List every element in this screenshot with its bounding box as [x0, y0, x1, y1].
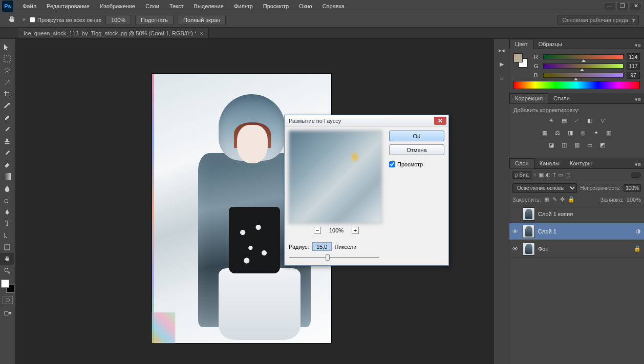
posterize-icon[interactable]: ◫ [560, 141, 568, 149]
layer-item[interactable]: 👁 Фон 🔒 [509, 240, 644, 258]
visibility-toggle-icon[interactable]: 👁 [512, 246, 520, 252]
filter-smart-icon[interactable]: ▢ [565, 172, 570, 178]
ok-button[interactable]: ОК [389, 131, 444, 141]
fullscreen-button[interactable]: Полный экран [178, 15, 226, 25]
vibrance-icon[interactable]: ▽ [598, 116, 607, 124]
layer-filter-kind[interactable]: ρ Вид [512, 171, 531, 179]
pen-tool-icon[interactable] [0, 206, 14, 218]
filter-shape-icon[interactable]: ▭ [558, 172, 563, 178]
layer-name[interactable]: Фон [538, 246, 631, 252]
brush-tool-icon[interactable] [0, 123, 14, 135]
threshold-icon[interactable]: ▧ [573, 141, 581, 149]
blend-mode-select[interactable]: Осветление основы [512, 183, 577, 193]
scroll-all-windows-checkbox[interactable]: Прокрутка во всех окнах [30, 17, 101, 23]
color-panel-swatches[interactable] [513, 53, 528, 68]
layer-thumbnail[interactable] [523, 207, 535, 221]
layer-thumbnail[interactable] [523, 242, 535, 255]
brightness-icon[interactable]: ☀ [547, 116, 555, 124]
tab-swatches[interactable]: Образцы [533, 39, 567, 49]
lock-paint-icon[interactable]: ✎ [552, 196, 557, 203]
gradient-map-icon[interactable]: ▭ [586, 141, 594, 149]
fill-value[interactable]: 100% [627, 197, 641, 203]
b-slider[interactable] [543, 73, 624, 78]
canvas-area[interactable]: Размытие по Гауссу ✕ ✋ − 100% + Радиус: [16, 39, 493, 364]
menu-layers[interactable]: Слои [140, 1, 164, 11]
g-slider[interactable] [543, 63, 624, 69]
filter-adjust-icon[interactable]: ◐ [546, 172, 551, 178]
slider-thumb[interactable] [326, 254, 330, 261]
crop-tool-icon[interactable] [0, 88, 14, 100]
panel-menu-icon-2[interactable]: ▾≡ [632, 96, 644, 103]
hand-tool-toolbox-icon[interactable] [0, 253, 14, 265]
bw-icon[interactable]: ◨ [566, 129, 574, 137]
channel-mixer-icon[interactable]: ✦ [592, 129, 600, 137]
zoom-out-button[interactable]: − [314, 227, 321, 234]
dodge-tool-icon[interactable] [0, 194, 14, 206]
eraser-tool-icon[interactable] [0, 159, 14, 170]
menu-image[interactable]: Изображение [95, 1, 140, 11]
collapsed-panel-icon-2[interactable]: ▶ [500, 61, 504, 68]
layer-item[interactable]: 👁 Слой 1 ◑ [509, 223, 644, 240]
g-value[interactable]: 117 [627, 62, 640, 70]
levels-icon[interactable]: ▤ [560, 116, 568, 124]
menu-filter[interactable]: Фильтр [229, 1, 258, 11]
hand-tool-icon[interactable] [5, 14, 18, 26]
zoom-tool-icon[interactable] [0, 265, 14, 276]
eyedropper-tool-icon[interactable] [0, 100, 14, 112]
layer-link-icon[interactable]: ◑ [636, 228, 641, 234]
preview-checkbox[interactable]: Просмотр [389, 161, 444, 167]
window-maximize-button[interactable]: ❐ [616, 2, 629, 10]
cancel-button[interactable]: Отмена [389, 144, 444, 155]
close-document-icon[interactable]: × [200, 30, 203, 36]
b-value[interactable]: 97 [627, 72, 640, 79]
type-tool-icon[interactable]: T [0, 218, 14, 229]
hue-icon[interactable]: ▦ [541, 129, 549, 137]
dialog-titlebar[interactable]: Размытие по Гауссу ✕ [285, 115, 448, 126]
curves-icon[interactable]: ⟋ [573, 116, 581, 124]
balance-icon[interactable]: ⚖ [553, 129, 562, 137]
tab-layers[interactable]: Слои [509, 158, 534, 168]
blur-preview[interactable]: ✋ [289, 131, 382, 224]
visibility-toggle-icon[interactable]: 👁 [512, 228, 520, 234]
filter-switch[interactable] [631, 173, 641, 178]
wand-tool-icon[interactable] [0, 76, 14, 88]
menu-file[interactable]: Файл [17, 1, 41, 11]
tab-color[interactable]: Цвет [509, 39, 533, 49]
tab-paths[interactable]: Контуры [565, 159, 597, 168]
filter-pixel-icon[interactable]: ▣ [539, 172, 544, 178]
lock-all-icon[interactable]: 🔒 [568, 196, 575, 203]
panel-menu-icon[interactable]: ▾≡ [632, 42, 644, 49]
r-value[interactable]: 124 [627, 53, 640, 60]
menu-help[interactable]: Справка [317, 1, 350, 11]
history-brush-tool-icon[interactable] [0, 147, 14, 159]
dialog-close-button[interactable]: ✕ [434, 117, 446, 125]
fit-button[interactable]: Подогнать [135, 15, 174, 25]
exposure-icon[interactable]: ◧ [586, 116, 594, 124]
zoom-in-button[interactable]: + [352, 227, 359, 234]
lock-pixels-icon[interactable]: ▦ [544, 196, 549, 203]
gradient-tool-icon[interactable] [0, 170, 14, 182]
fg-swatch[interactable] [513, 53, 523, 62]
lookup-icon[interactable]: ▥ [605, 129, 613, 137]
path-select-tool-icon[interactable] [0, 229, 14, 241]
r-slider[interactable] [543, 54, 624, 59]
color-spectrum[interactable] [513, 81, 640, 89]
layer-item[interactable]: Слой 1 копия [509, 205, 644, 223]
document-tab[interactable]: Ice_queen_stock_113_by_Tigg_stock.jpg @ … [18, 28, 209, 38]
workspace-selector[interactable]: Основная рабочая среда ▾ [557, 15, 639, 25]
tab-channels[interactable]: Каналы [534, 159, 565, 168]
color-swatches[interactable] [1, 280, 14, 293]
layer-name[interactable]: Слой 1 [538, 228, 633, 234]
layer-name[interactable]: Слой 1 копия [538, 211, 641, 217]
zoom-100-button[interactable]: 100% [105, 15, 131, 25]
foreground-color-swatch[interactable] [1, 280, 9, 288]
filter-type-icon[interactable]: T [553, 172, 556, 178]
collapsed-panel-icon-1[interactable]: ▸◂ [499, 47, 505, 54]
photo-filter-icon[interactable]: ◎ [579, 129, 587, 137]
selective-color-icon[interactable]: ◩ [598, 141, 607, 149]
quickmask-toggle-icon[interactable] [3, 296, 13, 304]
menu-window[interactable]: Окно [294, 1, 317, 11]
lock-move-icon[interactable]: ✥ [560, 196, 565, 203]
stamp-tool-icon[interactable] [0, 135, 14, 147]
blur-tool-icon[interactable] [0, 182, 14, 194]
